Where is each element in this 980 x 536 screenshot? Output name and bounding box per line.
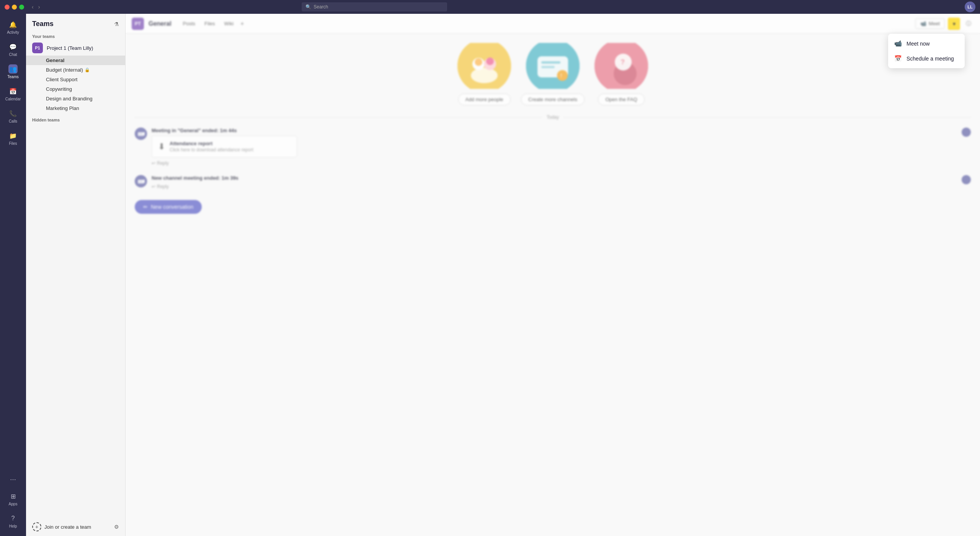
- teams-panel: Teams ⚗ Your teams P1 Project 1 (Team Li…: [26, 14, 126, 268]
- sidebar-label-calendar: Calendar: [5, 97, 21, 101]
- main-layout: 🔔 Activity 💬 Chat 👥 Teams 📅 Calendar 📞 C…: [0, 14, 490, 268]
- nav-arrows: ‹ ›: [30, 3, 41, 11]
- team-name: Project 1 (Team Lilly): [47, 45, 110, 51]
- teams-panel-title: Teams: [32, 20, 54, 28]
- search-bar[interactable]: 🔍 Search: [302, 2, 447, 11]
- channel-client-support[interactable]: Client Support: [26, 75, 125, 84]
- calendar-icon: 📅: [8, 87, 18, 96]
- chat-icon: 💬: [8, 42, 18, 51]
- forward-arrow[interactable]: ›: [37, 3, 42, 11]
- team-project1[interactable]: P1 Project 1 (Team Lilly) ···: [26, 40, 125, 56]
- minimize-button[interactable]: [12, 5, 17, 10]
- sidebar-label-activity: Activity: [7, 30, 19, 34]
- back-arrow[interactable]: ‹: [30, 3, 35, 11]
- search-icon: 🔍: [305, 4, 311, 10]
- close-button[interactable]: [5, 5, 10, 10]
- sidebar-label-teams: Teams: [7, 75, 18, 79]
- sidebar-item-chat[interactable]: 💬 Chat: [2, 39, 24, 60]
- channel-budget[interactable]: Budget (Internal) 🔒: [26, 65, 125, 75]
- sidebar-item-teams[interactable]: 👥 Teams: [2, 61, 24, 82]
- files-icon: 📁: [8, 131, 18, 140]
- blur-overlay: [126, 14, 490, 268]
- lock-icon: 🔒: [85, 67, 90, 72]
- channel-general[interactable]: General: [26, 56, 125, 65]
- filter-icon[interactable]: ⚗: [114, 21, 119, 27]
- search-placeholder: Search: [314, 4, 328, 10]
- sidebar-item-files[interactable]: 📁 Files: [2, 128, 24, 149]
- calls-icon: 📞: [8, 109, 18, 118]
- channel-design[interactable]: Design and Branding: [26, 94, 125, 103]
- content-area: PT General Posts Files Wiki + 📹 Meet ▾ ⓘ: [126, 14, 490, 268]
- icon-sidebar: 🔔 Activity 💬 Chat 👥 Teams 📅 Calendar 📞 C…: [0, 14, 26, 268]
- traffic-lights: [5, 5, 24, 10]
- sidebar-label-files: Files: [9, 141, 17, 146]
- hidden-teams-label: Hidden teams: [26, 113, 125, 124]
- activity-icon: 🔔: [8, 20, 18, 29]
- teams-header: Teams ⚗: [26, 14, 125, 31]
- sidebar-item-calls[interactable]: 📞 Calls: [2, 106, 24, 126]
- sidebar-label-calls: Calls: [9, 119, 17, 123]
- sidebar-item-activity[interactable]: 🔔 Activity: [2, 17, 24, 38]
- teams-icon: 👥: [8, 64, 18, 74]
- your-teams-label: Your teams: [26, 31, 125, 40]
- channel-marketing[interactable]: Marketing Plan: [26, 103, 125, 113]
- sidebar-item-calendar[interactable]: 📅 Calendar: [2, 84, 24, 104]
- maximize-button[interactable]: [19, 5, 24, 10]
- channel-copywriting[interactable]: Copywriting: [26, 84, 125, 94]
- title-bar: ‹ › 🔍 Search LL: [0, 0, 490, 14]
- sidebar-label-chat: Chat: [9, 52, 17, 57]
- team-avatar: P1: [32, 43, 43, 53]
- channel-list: General Budget (Internal) 🔒 Client Suppo…: [26, 56, 125, 113]
